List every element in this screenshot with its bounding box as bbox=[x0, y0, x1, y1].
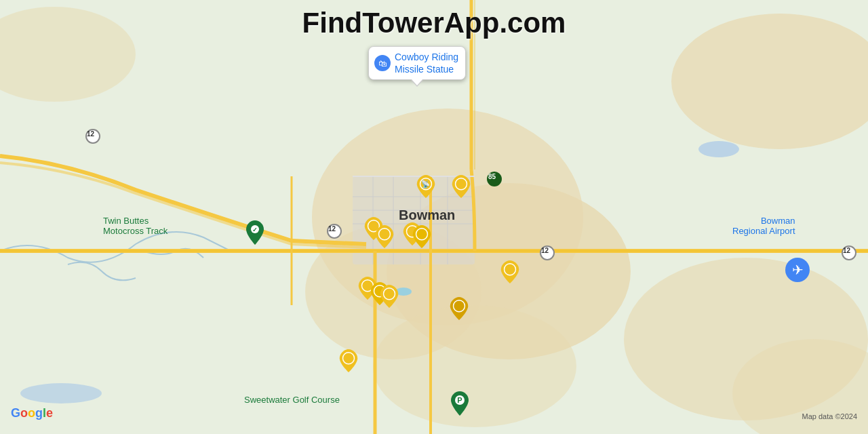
map-attribution: Map data ©2024 bbox=[802, 412, 858, 420]
shield-12-right: 12 bbox=[540, 245, 555, 260]
golf-pin[interactable]: P bbox=[451, 391, 469, 418]
svg-point-38 bbox=[416, 229, 428, 240]
golf-label: Sweetwater Golf Course bbox=[244, 395, 340, 405]
tower-pin-6[interactable] bbox=[412, 225, 431, 248]
svg-point-9 bbox=[698, 141, 739, 157]
svg-point-43 bbox=[454, 300, 465, 312]
cowboy-statue-callout[interactable]: 🛍 Cowboy Riding Missile Statue bbox=[368, 46, 466, 80]
google-logo: Google bbox=[11, 406, 53, 420]
twin-buttes-pin[interactable]: ✓ bbox=[246, 220, 264, 248]
svg-point-36 bbox=[379, 229, 391, 240]
svg-point-44 bbox=[343, 353, 355, 364]
svg-point-34 bbox=[456, 178, 467, 190]
map-container: FindTowerApp.com 🛍 Cowboy Riding Missile… bbox=[0, 0, 868, 434]
svg-point-39 bbox=[505, 264, 516, 275]
svg-point-42 bbox=[384, 288, 395, 300]
svg-text:📡: 📡 bbox=[422, 180, 431, 189]
shield-85: 85 bbox=[487, 172, 502, 186]
site-title: FindTowerApp.com bbox=[302, 7, 566, 39]
tower-pin-2[interactable] bbox=[452, 175, 471, 198]
shield-12-center: 12 bbox=[327, 224, 342, 239]
tower-pin-12[interactable] bbox=[339, 349, 358, 372]
twin-buttes-label: Twin Buttes Motocross Track bbox=[103, 216, 167, 236]
shield-12-far-right: 12 bbox=[842, 245, 856, 260]
tower-pin-10[interactable] bbox=[380, 285, 399, 308]
tower-pin-4[interactable] bbox=[375, 225, 394, 248]
tower-pin-11[interactable] bbox=[450, 297, 469, 320]
svg-point-8 bbox=[373, 305, 576, 427]
svg-text:✓: ✓ bbox=[252, 226, 258, 233]
svg-text:P: P bbox=[457, 396, 462, 404]
tower-pin-7[interactable] bbox=[500, 260, 519, 283]
tower-pin-1[interactable]: 📡 bbox=[416, 175, 435, 198]
shield-12-left: 12 bbox=[85, 129, 100, 144]
svg-point-10 bbox=[20, 383, 102, 403]
city-label: Bowman bbox=[399, 208, 455, 223]
airport-label: Bowman Regional Airport bbox=[732, 216, 795, 236]
callout-bag-icon: 🛍 bbox=[374, 55, 391, 71]
airport-marker[interactable]: ✈ bbox=[785, 258, 810, 282]
callout-text: Cowboy Riding Missile Statue bbox=[395, 51, 458, 75]
